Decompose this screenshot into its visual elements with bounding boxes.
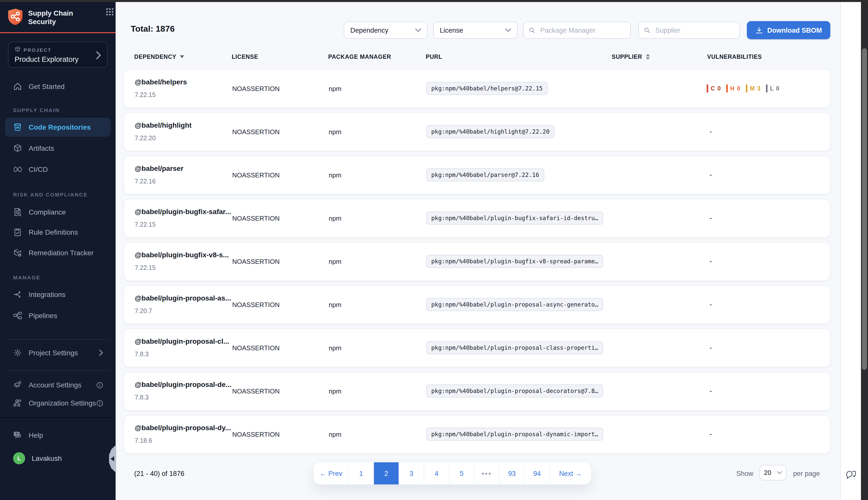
package-manager-input[interactable]	[539, 26, 625, 34]
info-icon[interactable]	[96, 399, 104, 407]
supplier-input[interactable]	[654, 26, 734, 34]
sidebar-item-remediation-tracker[interactable]: Remediation Tracker	[5, 243, 111, 262]
purl-chip[interactable]: pkg:npm/%40babel/plugin-proposal-async-g…	[426, 298, 603, 311]
severity-count: H 0	[730, 86, 741, 91]
pagination-page-2[interactable]: 2	[374, 462, 399, 485]
shield-logo-icon	[8, 8, 23, 27]
package-manager-search[interactable]	[523, 22, 631, 39]
license-value: NOASSERTION	[232, 85, 280, 92]
sidebar-item-label: Account Settings	[28, 381, 81, 389]
project-switcher[interactable]: PROJECT Product Exploratory	[8, 42, 107, 68]
vulnerability-badge[interactable]: H 0	[726, 84, 741, 92]
purl-chip[interactable]: pkg:npm/%40babel/helpers@7.22.15	[426, 82, 548, 95]
sidebar-item-compliance[interactable]: Compliance	[5, 203, 111, 221]
sidebar-item-account-settings[interactable]: Account Settings	[5, 375, 111, 395]
help-chat-icon: ?	[13, 431, 22, 440]
dependency-filter-value: Dependency	[350, 26, 389, 34]
purl-chip[interactable]: pkg:npm/%40babel/plugin-proposal-class-p…	[426, 341, 603, 354]
package-manager-value: npm	[329, 387, 342, 395]
purl-chip[interactable]: pkg:npm/%40babel/plugin-bugfix-safari-id…	[426, 212, 603, 225]
package-manager-value: npm	[329, 301, 342, 308]
sidebar-item-get-started[interactable]: Get Started	[5, 77, 111, 96]
column-label: DEPENDENCY	[134, 54, 176, 60]
table-row[interactable]: @babel/highlight 7.22.20 NOASSERTION npm…	[124, 113, 830, 151]
table-row[interactable]: @babel/plugin-proposal-cl... 7.8.3 NOASS…	[124, 329, 830, 367]
supplier-search[interactable]	[638, 22, 740, 39]
table-row[interactable]: @babel/parser 7.22.16 NOASSERTION npm pk…	[124, 156, 830, 194]
integrations-share-icon	[13, 290, 22, 299]
dependency-version: 7.22.16	[135, 178, 156, 185]
table-row[interactable]: @babel/plugin-proposal-de... 7.8.3 NOASS…	[124, 372, 830, 411]
table-row[interactable]: @babel/plugin-bugfix-v8-s... 7.22.15 NOA…	[124, 242, 830, 281]
sidebar-item-pipelines[interactable]: Pipelines	[5, 306, 111, 325]
table-row[interactable]: @babel/plugin-proposal-dy... 7.18.6 NOAS…	[124, 415, 830, 454]
purl-chip[interactable]: pkg:npm/%40babel/plugin-proposal-decorat…	[426, 384, 603, 397]
sidebar-item-organization-settings[interactable]: Organization Settings	[5, 394, 111, 412]
purl-chip[interactable]: pkg:npm/%40babel/plugin-bugfix-v8-spread…	[426, 255, 603, 268]
pagination-page-93[interactable]: 93	[500, 462, 525, 485]
sidebar: Supply Chain Security PROJECT Product Ex…	[0, 2, 116, 500]
sidebar-item-label: Organization Settings	[28, 399, 96, 407]
dependency-name: @babel/plugin-proposal-as...	[135, 294, 231, 302]
page-scrollbar[interactable]	[861, 2, 868, 500]
sidebar-item-code-repositories[interactable]: Code Repositories	[5, 117, 111, 137]
license-value: NOASSERTION	[232, 215, 280, 222]
pagination-page-4[interactable]: 4	[424, 462, 449, 485]
sidebar-item-label: Compliance	[28, 208, 66, 216]
column-header-dependency[interactable]: DEPENDENCY	[134, 54, 184, 60]
chat-support-icon[interactable]	[845, 469, 857, 483]
table-row[interactable]: @babel/helpers 7.22.15 NOASSERTION npm p…	[124, 69, 830, 108]
sidebar-item-user[interactable]: L Lavakush	[5, 449, 111, 468]
vulnerability-badge[interactable]: C 0	[707, 84, 721, 92]
sidebar-item-artifacts[interactable]: Artifacts	[5, 139, 111, 158]
license-value: NOASSERTION	[232, 128, 280, 136]
apps-grid-icon[interactable]	[105, 8, 114, 18]
pagination-page-5[interactable]: 5	[449, 462, 475, 485]
project-box-icon	[14, 46, 21, 53]
sidebar-item-help[interactable]: ? Help	[5, 425, 111, 445]
browser-top-bar	[0, 0, 868, 2]
infinity-icon	[13, 165, 22, 174]
severity-count: C 0	[711, 86, 721, 91]
sidebar-divider	[6, 370, 110, 371]
pagination-page-94[interactable]: 94	[525, 462, 550, 485]
pagination-page-3[interactable]: 3	[399, 462, 424, 485]
table-row[interactable]: @babel/plugin-bugfix-safar... 7.22.15 NO…	[124, 199, 830, 238]
table-row[interactable]: @babel/plugin-proposal-as... 7.20.7 NOAS…	[124, 285, 830, 324]
purl-chip[interactable]: pkg:npm/%40babel/parser@7.22.16	[426, 168, 544, 181]
column-header-purl: PURL	[426, 54, 442, 60]
pagination-prev-button[interactable]: ← Prev	[313, 462, 349, 485]
app-screen: Supply Chain Security PROJECT Product Ex…	[0, 0, 868, 500]
dependency-name: @babel/parser	[135, 164, 183, 172]
purl-chip[interactable]: pkg:npm/%40babel/highlight@7.22.20	[426, 125, 555, 138]
sidebar-item-label: Project Settings	[28, 349, 78, 357]
column-header-supplier[interactable]: SUPPLIER	[612, 54, 650, 60]
layers-gear-icon	[13, 380, 22, 389]
dependency-filter-select[interactable]: Dependency	[344, 22, 428, 39]
vulnerabilities-cell: -	[707, 171, 709, 178]
license-filter-select[interactable]: License	[433, 22, 518, 39]
sidebar-item-rule-definitions[interactable]: Rule Definitions	[5, 223, 111, 242]
svg-text:?: ?	[15, 432, 18, 436]
project-eyebrow-label: PROJECT	[24, 47, 52, 53]
vulnerability-badge[interactable]: L 0	[766, 84, 780, 92]
vulnerability-badge[interactable]: M 3	[746, 84, 761, 92]
app-logo: Supply Chain Security	[8, 8, 108, 27]
download-sbom-button[interactable]: Download SBOM	[747, 21, 830, 39]
pagination-page-1[interactable]: 1	[349, 462, 374, 485]
scrollbar-thumb[interactable]	[862, 48, 867, 370]
sidebar-item-project-settings[interactable]: Project Settings	[5, 343, 111, 362]
sidebar-item-integrations[interactable]: Integrations	[5, 285, 111, 304]
purl-chip[interactable]: pkg:npm/%40babel/plugin-proposal-dynamic…	[426, 428, 603, 441]
pagination-next-button[interactable]: Next →	[550, 462, 591, 485]
info-icon[interactable]	[96, 381, 104, 389]
page-size-select[interactable]: 20	[760, 465, 787, 480]
document-search-icon	[13, 207, 22, 217]
sidebar-item-cicd[interactable]: CI/CD	[5, 160, 111, 179]
dependency-name: @babel/plugin-proposal-cl...	[135, 337, 229, 345]
chevron-down-icon	[505, 28, 511, 32]
package-manager-value: npm	[329, 128, 342, 136]
vulnerabilities-cell: -	[707, 214, 709, 221]
gear-icon	[13, 348, 22, 357]
user-name: Lavakush	[32, 454, 62, 462]
